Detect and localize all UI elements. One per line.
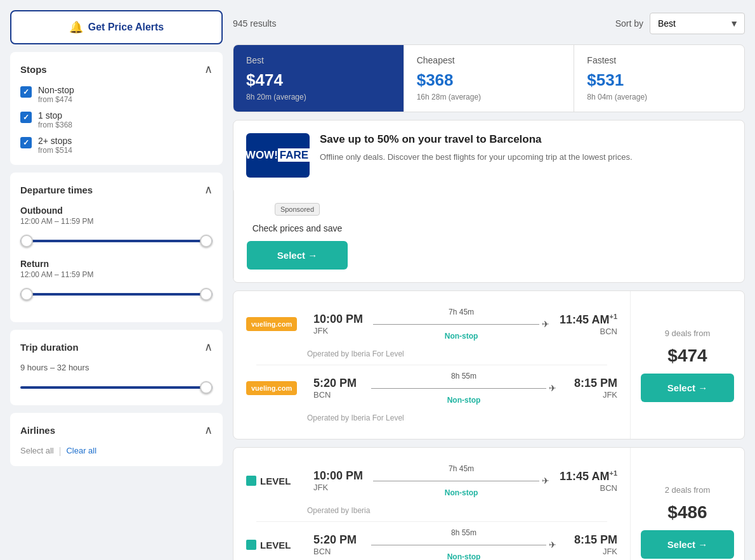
- airlines-chevron-icon[interactable]: ∧: [204, 423, 213, 437]
- one-stop-price: from $368: [38, 120, 72, 129]
- outbound-arrive-airport-level: BCN: [560, 483, 617, 493]
- deals-price-level: $486: [667, 502, 707, 523]
- fastest-tab-amount: $531: [587, 70, 732, 90]
- outbound-duration-level: 7h 45m: [449, 464, 474, 473]
- cheapest-tab-label: Cheapest: [417, 55, 561, 65]
- wowfare-logo: WOW!FARE: [246, 133, 310, 178]
- two-plus-stops-checkbox[interactable]: ✓: [20, 137, 32, 148]
- outbound-depart-airport-level: JFK: [313, 483, 363, 492]
- deals-count-vueling: 9 deals from: [665, 329, 711, 338]
- price-alert-label: Get Price Alerts: [88, 22, 164, 33]
- return-label: Return: [20, 259, 213, 269]
- stops-title: Stops: [20, 64, 47, 75]
- return-arrive-time-level: 8:15 PM: [574, 533, 617, 546]
- tab-fastest[interactable]: Fastest $531 8h 04m (average): [574, 45, 744, 112]
- two-plus-stops-label: 2+ stops: [38, 136, 72, 146]
- departure-times-filter: Departure times ∧ Outbound 12:00 AM – 11…: [10, 173, 223, 322]
- return-arrive-airport: JFK: [567, 390, 617, 400]
- flight-row-return: vueling.com 5:20 PM BCN 8h 55m ✈ Non-sto…: [246, 365, 617, 411]
- outbound-slider[interactable]: [20, 233, 213, 249]
- return-duration: 8h 55m: [451, 372, 476, 381]
- best-tab-label: Best: [246, 55, 391, 65]
- return-stops: Non-stop: [447, 396, 481, 405]
- outbound-depart-time: 10:00 PM: [313, 313, 363, 326]
- results-count: 945 results: [233, 18, 276, 29]
- sort-select[interactable]: Best Cheapest Fastest: [650, 13, 745, 34]
- stops-chevron-icon[interactable]: ∧: [204, 62, 213, 76]
- departure-times-header: Departure times ∧: [20, 183, 213, 197]
- return-range: 12:00 AM – 11:59 PM: [20, 270, 213, 279]
- price-alert-button[interactable]: 🔔 Get Price Alerts: [10, 10, 223, 44]
- plane-icon: ✈: [542, 319, 549, 329]
- return-slider[interactable]: [20, 287, 213, 302]
- bell-icon: 🔔: [69, 20, 83, 34]
- sort-container: Sort by Best Cheapest Fastest ▼: [615, 13, 745, 34]
- stop-one: ✓ 1 stop from $368: [20, 110, 213, 129]
- airlines-links: Select all | Clear all: [20, 446, 213, 456]
- return-slider-left-thumb[interactable]: [20, 288, 33, 301]
- plane-icon-level: ✈: [542, 476, 549, 486]
- sponsored-cta: Sponsored Check prices and save Select →: [233, 190, 360, 282]
- outbound-arrive-time: 11:45 AM: [560, 313, 609, 326]
- one-stop-checkbox[interactable]: ✓: [20, 112, 32, 123]
- return-stops-level: Non-stop: [447, 552, 481, 560]
- trip-duration-thumb[interactable]: [200, 381, 213, 394]
- nonstop-price: from $474: [38, 95, 74, 104]
- sort-wrapper: Best Cheapest Fastest ▼: [650, 13, 745, 34]
- trip-duration-title: Trip duration: [20, 342, 79, 353]
- select-button-level[interactable]: Select →: [641, 530, 734, 559]
- nonstop-checkbox[interactable]: ✓: [20, 86, 32, 98]
- level-logo: LEVEL: [246, 476, 303, 486]
- trip-duration-chevron-icon[interactable]: ∧: [204, 340, 213, 354]
- plane-icon-return-level: ✈: [549, 540, 556, 550]
- return-slider-right-thumb[interactable]: [200, 288, 213, 301]
- outbound-duration: 7h 45m: [449, 308, 474, 316]
- best-tab-duration: 8h 20m (average): [246, 93, 391, 101]
- stops-header: Stops ∧: [20, 62, 213, 76]
- outbound-depart-time-level: 10:00 PM: [313, 469, 363, 483]
- flight-price-section-vueling: 9 deals from $474 Select →: [630, 291, 744, 439]
- sponsored-ad-content: WOW!FARE Save up to 50% on your travel t…: [233, 120, 744, 190]
- outbound-depart-airport: JFK: [313, 326, 363, 335]
- outbound-stops-level: Non-stop: [445, 488, 478, 497]
- stops-filter: Stops ∧ ✓ Non-stop from $474 ✓ 1 stop fr…: [10, 52, 223, 165]
- return-depart-airport: BCN: [313, 390, 361, 400]
- sponsored-cta-text: Check prices and save: [253, 223, 343, 233]
- sponsored-description: Offline only deals. Discover the best fl…: [320, 151, 732, 164]
- departure-chevron-icon[interactable]: ∧: [204, 183, 213, 197]
- cheapest-tab-amount: $368: [417, 70, 561, 90]
- vueling-logo: vueling.com: [246, 317, 297, 331]
- outbound-slider-right-thumb[interactable]: [200, 235, 213, 247]
- airlines-header: Airlines ∧: [20, 423, 213, 437]
- outbound-label: Outbound: [20, 205, 213, 216]
- clear-all-airlines-button[interactable]: Clear all: [66, 446, 96, 456]
- outbound-arrive-plus: +1: [609, 313, 617, 320]
- stop-two-plus: ✓ 2+ stops from $514: [20, 136, 213, 155]
- fastest-tab-label: Fastest: [587, 55, 732, 65]
- trip-duration-header: Trip duration ∧: [20, 340, 213, 354]
- outbound-arrive-plus-level: +1: [609, 469, 617, 477]
- sidebar: 🔔 Get Price Alerts Stops ∧ ✓ Non-stop fr…: [10, 10, 223, 560]
- return-operated: Operated by Iberia For Level: [246, 411, 617, 429]
- outbound-slider-left-thumb[interactable]: [20, 235, 33, 247]
- flight-price-section-level: 2 deals from $486 Select →: [630, 448, 744, 560]
- best-tab-amount: $474: [246, 70, 391, 90]
- sponsored-card: WOW!FARE Save up to 50% on your travel t…: [233, 120, 745, 283]
- vueling-logo-return: vueling.com: [246, 381, 297, 395]
- select-all-airlines-button[interactable]: Select all: [20, 446, 54, 456]
- main-content: 945 results Sort by Best Cheapest Fastes…: [233, 10, 745, 560]
- price-tabs: Best $474 8h 20m (average) Cheapest $368…: [233, 44, 745, 112]
- flight-row-outbound-level: LEVEL 10:00 PM JFK 7h 45m ✈ Non-stop: [246, 458, 617, 504]
- outbound-stops: Non-stop: [445, 332, 478, 341]
- return-duration-level: 8h 55m: [451, 528, 476, 537]
- airlines-filter: Airlines ∧ Select all | Clear all: [10, 413, 223, 466]
- outbound-range: 12:00 AM – 11:59 PM: [20, 217, 213, 226]
- sort-label: Sort by: [615, 18, 643, 29]
- select-button-vueling[interactable]: Select →: [641, 374, 734, 402]
- one-stop-label: 1 stop: [38, 110, 72, 120]
- tab-best[interactable]: Best $474 8h 20m (average): [233, 45, 404, 112]
- deals-count-level: 2 deals from: [665, 485, 711, 495]
- tab-cheapest[interactable]: Cheapest $368 16h 28m (average): [404, 45, 574, 112]
- sponsored-select-button[interactable]: Select →: [247, 241, 348, 270]
- trip-duration-slider[interactable]: [20, 380, 213, 395]
